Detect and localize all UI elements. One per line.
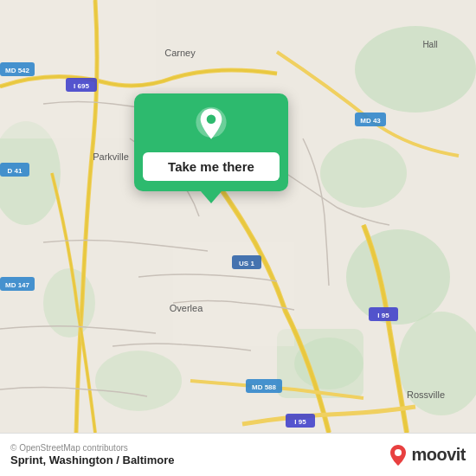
svg-text:Parkville: Parkville — [93, 151, 129, 162]
footer-title: Sprint, Washington / Baltimore — [10, 453, 174, 466]
svg-text:MD 43: MD 43 — [360, 117, 381, 125]
svg-text:Carney: Carney — [164, 48, 196, 58]
svg-text:MD 542: MD 542 — [5, 67, 30, 74]
svg-point-38 — [207, 115, 216, 125]
map-background: I 695 D 41 US 1 MD 43 MD 147 I 95 MD 588… — [0, 0, 476, 433]
location-popup: Take me there — [134, 93, 288, 191]
copyright-text: © OpenStreetMap contributors — [10, 443, 174, 453]
svg-point-2 — [320, 138, 407, 208]
svg-text:I 95: I 95 — [377, 312, 389, 319]
footer-info: © OpenStreetMap contributors Sprint, Was… — [10, 443, 174, 466]
svg-text:I 95: I 95 — [294, 418, 306, 426]
svg-text:Hall: Hall — [422, 40, 437, 49]
map-container: I 695 D 41 US 1 MD 43 MD 147 I 95 MD 588… — [0, 0, 476, 433]
svg-point-7 — [95, 351, 182, 411]
svg-point-1 — [355, 26, 476, 113]
svg-text:MD 588: MD 588 — [252, 383, 277, 391]
location-pin-icon — [192, 106, 230, 144]
svg-text:Overlea: Overlea — [170, 303, 203, 313]
svg-text:D 41: D 41 — [8, 167, 23, 175]
take-me-there-button[interactable]: Take me there — [143, 152, 280, 181]
svg-point-39 — [395, 449, 402, 456]
moovit-brand-text: moovit — [411, 445, 466, 465]
moovit-logo: moovit — [388, 443, 466, 467]
svg-text:I 695: I 695 — [74, 82, 89, 90]
svg-text:Rossville: Rossville — [407, 389, 445, 400]
svg-text:MD 147: MD 147 — [5, 281, 30, 289]
moovit-pin-icon — [388, 443, 408, 467]
svg-text:US 1: US 1 — [239, 260, 254, 267]
footer-bar: © OpenStreetMap contributors Sprint, Was… — [0, 433, 476, 476]
